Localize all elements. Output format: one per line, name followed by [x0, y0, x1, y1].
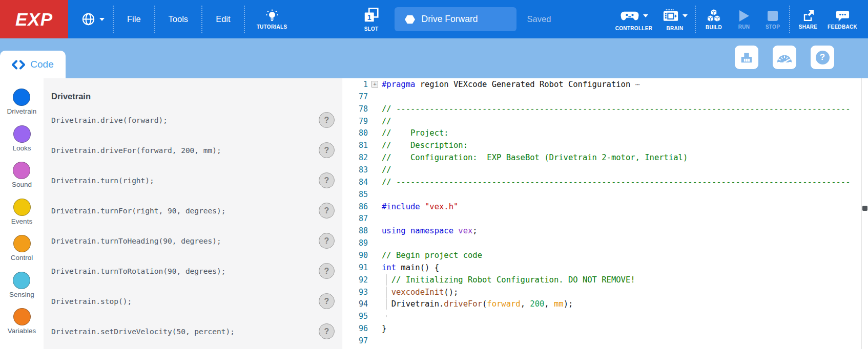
command-help-button[interactable]: ? — [319, 112, 335, 128]
code-token: ⋯ — [635, 80, 640, 89]
build-button[interactable]: BUILD — [699, 9, 729, 30]
command-help-button[interactable]: ? — [319, 142, 335, 158]
code-token: // Begin project code — [382, 251, 482, 260]
command-row: Drivetrain.turn(right); ? — [44, 165, 342, 195]
command-help-button[interactable]: ? — [319, 203, 335, 219]
code-token: // -------------------------------------… — [382, 104, 851, 114]
menu-tools[interactable]: Tools — [158, 14, 199, 24]
code-token: ; — [472, 226, 477, 235]
print-button[interactable] — [735, 46, 758, 69]
feedback-button[interactable]: FEEDBACK — [823, 9, 862, 30]
code-line: 93 vexcodeInit(); — [342, 286, 868, 298]
sidebar-category[interactable]: Drivetrain — [7, 89, 37, 125]
code-content: vexcodeInit(); — [382, 288, 458, 297]
line-number: 89 — [342, 238, 368, 248]
gauge-icon — [776, 51, 793, 64]
category-circle[interactable] — [13, 125, 31, 143]
controller-button[interactable]: CONTROLLER — [610, 8, 658, 31]
sidebar-category[interactable]: Variables — [8, 308, 36, 345]
menu-edit[interactable]: Edit — [205, 14, 240, 24]
help-button[interactable]: ? — [811, 46, 834, 69]
code-line: 95 — [342, 310, 868, 322]
sidebar-category[interactable]: Control — [11, 235, 33, 272]
code-content: // Project: — [382, 128, 449, 138]
code-token: // — [382, 165, 391, 174]
language-menu[interactable] — [76, 12, 110, 26]
line-number: 85 — [342, 190, 368, 199]
sidebar-category[interactable]: Events — [11, 199, 32, 235]
sidebar-category[interactable]: Sensing — [9, 272, 34, 309]
brain-icon — [663, 9, 679, 22]
run-button[interactable]: RUN — [732, 9, 756, 30]
code-lines: 1 + #pragma region VEXcode Generated Rob… — [342, 78, 868, 347]
code-line: 92 // Initializing Robot Configuration. … — [342, 274, 868, 286]
line-number: 87 — [342, 214, 368, 223]
caret-down-icon — [683, 14, 688, 17]
code-token: "vex.h" — [425, 202, 458, 211]
category-circle[interactable] — [13, 308, 31, 325]
scrollbar-thumb[interactable] — [862, 206, 867, 211]
command-text[interactable]: Drivetrain.turnToHeading(90, degrees); — [51, 237, 221, 245]
command-text[interactable]: Drivetrain.drive(forward); — [51, 116, 168, 124]
editor-scrollbar — [861, 78, 868, 349]
command-text[interactable]: Drivetrain.turn(right); — [51, 177, 154, 185]
category-circle[interactable] — [13, 235, 31, 252]
code-brackets-icon — [12, 60, 25, 70]
project-name-field[interactable]: Drive Forward — [395, 7, 516, 31]
command-help-button[interactable]: ? — [319, 233, 335, 249]
command-help-button[interactable]: ? — [319, 263, 335, 279]
stop-label: STOP — [766, 24, 780, 30]
brain-label: BRAIN — [666, 26, 683, 31]
monitor-button[interactable] — [773, 46, 796, 69]
sidebar-category[interactable]: Sound — [12, 162, 32, 199]
fold-plus-icon[interactable]: + — [371, 81, 378, 88]
category-circle[interactable] — [13, 272, 30, 289]
command-help-button[interactable]: ? — [319, 172, 335, 188]
line-number: 91 — [342, 263, 368, 272]
command-text[interactable]: Drivetrain.turnToRotation(90, degrees); — [51, 267, 225, 275]
command-text[interactable]: Drivetrain.driveFor(forward, 200, mm); — [51, 146, 221, 155]
line-number: 86 — [342, 202, 368, 211]
editor-tab-bar: Code — [0, 38, 868, 78]
code-line: 1 + #pragma region VEXcode Generated Rob… — [342, 78, 868, 91]
code-line: 88 using namespace vex; — [342, 225, 868, 237]
line-number: 77 — [342, 92, 368, 101]
code-token: , — [521, 299, 530, 309]
command-text[interactable]: Drivetrain.turnFor(right, 90, degrees); — [51, 207, 225, 215]
code-content: // — [382, 165, 391, 174]
share-button[interactable]: SHARE — [793, 9, 823, 30]
toolbar-divider — [201, 6, 202, 33]
command-panel: Drivetrain Drivetrain.drive(forward); ? … — [44, 78, 342, 349]
code-token: 200 — [530, 299, 544, 309]
share-label: SHARE — [799, 24, 818, 30]
code-token: Drivetrain. — [382, 299, 444, 309]
command-row: Drivetrain.turnToHeading(90, degrees); ? — [44, 226, 342, 256]
brain-button[interactable]: BRAIN — [658, 8, 692, 31]
sidebar-category[interactable]: Looks — [12, 125, 31, 162]
line-number: 93 — [342, 288, 368, 297]
menu-file[interactable]: File — [117, 14, 151, 24]
code-content: Drivetrain.driveFor(forward, 200, mm); — [382, 299, 573, 309]
code-content: } — [382, 324, 386, 333]
category-label: Sound — [12, 181, 32, 188]
slot-button[interactable]: 1 SLOT — [360, 7, 383, 32]
code-token: // Project: — [382, 128, 449, 138]
command-help-button[interactable]: ? — [319, 323, 335, 339]
code-token: driveFor — [444, 299, 482, 309]
controller-label: CONTROLLER — [615, 26, 652, 31]
code-line: 96 } — [342, 322, 868, 335]
command-text[interactable]: Drivetrain.setDriveVelocity(50, percent)… — [51, 328, 235, 336]
code-line: 94 Drivetrain.driveFor(forward, 200, mm)… — [342, 298, 868, 310]
tab-code[interactable]: Code — [0, 51, 66, 78]
category-circle[interactable] — [13, 162, 30, 179]
category-circle[interactable] — [13, 89, 30, 106]
tutorials-button[interactable]: TUTORIALS — [249, 9, 295, 30]
command-help-button[interactable]: ? — [319, 293, 335, 309]
category-circle[interactable] — [13, 199, 31, 216]
code-editor[interactable]: 1 + #pragma region VEXcode Generated Rob… — [342, 78, 868, 349]
command-panel-header: Drivetrain — [51, 92, 342, 103]
toolbar-divider — [695, 6, 696, 33]
stop-button[interactable]: STOP — [759, 9, 786, 30]
command-text[interactable]: Drivetrain.stop(); — [51, 297, 132, 306]
line-number: 95 — [342, 312, 368, 321]
